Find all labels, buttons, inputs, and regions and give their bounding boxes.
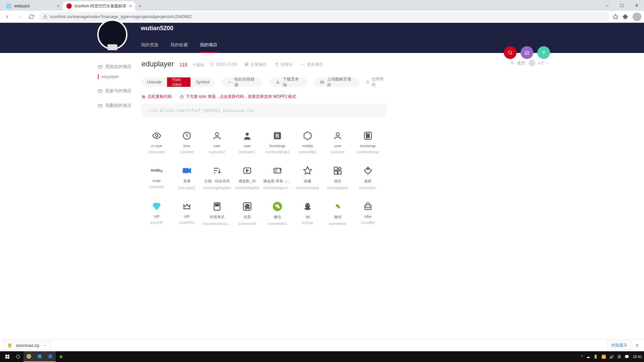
sidebar-label: 我删除的项目 xyxy=(105,103,131,109)
icon-class: iconshoucang xyxy=(296,186,319,190)
reload-button[interactable] xyxy=(27,12,36,21)
icon-title: 播放器-弹幕（开... xyxy=(263,179,291,184)
new-tab-button[interactable]: + xyxy=(135,1,145,11)
cortana-button[interactable] xyxy=(13,351,23,362)
tray-battery-icon[interactable]: 🔋 xyxy=(593,355,598,359)
svg-rect-54 xyxy=(5,357,7,359)
icon-title: time xyxy=(183,144,191,148)
close-downloads-bar[interactable]: × xyxy=(634,343,641,349)
download-button[interactable]: 下载至本地 xyxy=(270,77,307,87)
back-button[interactable] xyxy=(3,12,12,21)
mode-unicode[interactable]: Unicode xyxy=(142,77,167,87)
chrome-taskbar[interactable] xyxy=(23,351,34,362)
icon-cell[interactable]: 优 优质 iconyouzhi xyxy=(232,200,262,226)
tab-resources[interactable]: 我的资源 xyxy=(141,38,158,53)
tab-projects[interactable]: 我的项目 xyxy=(200,38,217,53)
sidebar-deleted[interactable]: 我删除的项目 xyxy=(98,100,138,111)
download-chip[interactable]: download.zip xyxy=(3,341,50,350)
icon-title: 在线考试 xyxy=(210,215,224,220)
icon-cell[interactable]: B bootstrap iconbootstrap xyxy=(353,130,383,154)
icon-cell[interactable]: 播放数_32 iconbofangshu xyxy=(232,165,262,190)
app2-taskbar[interactable] xyxy=(45,351,56,362)
svg-point-47 xyxy=(306,204,307,206)
icon-title: 最新 xyxy=(364,179,372,184)
css-url-box[interactable]: //at.alicdn.com/t/font_2040952_xxxxxxxxx… xyxy=(142,104,386,118)
user-avatar[interactable] xyxy=(97,19,127,50)
app3-taskbar[interactable] xyxy=(56,351,66,362)
tray-chevron-icon[interactable]: ^ xyxy=(581,355,583,359)
chevron-up-icon[interactable] xyxy=(43,344,47,348)
icon-cell[interactable]: user iconuser xyxy=(323,130,353,154)
favicon-icon xyxy=(66,3,72,9)
profile-avatar[interactable] xyxy=(633,12,641,21)
svg-text:100: 100 xyxy=(215,204,219,206)
icon-cell[interactable]: VIP iconVIP1 xyxy=(172,200,202,226)
members[interactable]: 成员: x 2 xyxy=(510,60,549,66)
icon-cell[interactable]: 100 在线考试 iconzaixiankaoshi xyxy=(202,200,232,226)
sidebar-created[interactable]: 我发起的项目 xyxy=(98,61,138,72)
icon-cell[interactable]: 最新 iconzuixin- xyxy=(353,165,383,190)
copy-code-link[interactable]: 点此复制代码 xyxy=(142,94,172,100)
icon-cell[interactable]: B bootstrap iconbootstrap1 xyxy=(262,130,292,154)
extensions-icon[interactable] xyxy=(623,14,629,20)
icon-cell[interactable]: user iconuser2 xyxy=(202,130,232,154)
trash-button[interactable]: 回收站 xyxy=(275,62,293,67)
icon-cell[interactable]: 收藏 iconshoucang xyxy=(292,165,323,190)
notifications-icon[interactable]: 💬 xyxy=(625,355,629,359)
svg-text:B: B xyxy=(366,133,370,139)
app-taskbar[interactable] xyxy=(34,351,45,362)
show-all-downloads[interactable]: 全部显示 xyxy=(607,341,631,350)
icon-cell[interactable]: time icontime xyxy=(172,130,202,154)
icon-class: iconbootstrap1 xyxy=(265,150,289,154)
tray-volume-icon[interactable]: 🔊 xyxy=(609,355,614,359)
svg-point-13 xyxy=(303,64,304,65)
star-icon xyxy=(302,165,314,177)
search-button[interactable] xyxy=(504,46,517,59)
icon-cell[interactable]: 微信 iconweixin xyxy=(323,200,353,226)
maximize-button[interactable]: ☐ xyxy=(614,0,629,11)
icon-title: bootstrap xyxy=(360,144,376,148)
icon-cell[interactable]: nodejs iconnodejs xyxy=(292,130,323,154)
url-text: iconfont.cn/manage/index?manage_type=myp… xyxy=(50,14,192,19)
close-window-button[interactable]: ✕ xyxy=(629,0,644,11)
icon-cell[interactable]: 分期 - 综合排序 iconzonghepaixu xyxy=(202,165,232,190)
clock[interactable]: 15:41 xyxy=(633,355,642,359)
icon-cell[interactable]: user iconuser1 xyxy=(232,130,262,154)
icon-cell[interactable]: 播放器-弹幕（开... iconbofangqi-da... xyxy=(262,165,292,190)
icon-cell[interactable]: VIP iconVIP xyxy=(142,200,172,226)
upload-button[interactable] xyxy=(537,46,550,59)
member-avatar xyxy=(529,60,535,66)
icon-cell[interactable]: qq iconqq xyxy=(292,200,323,226)
more-button[interactable]: 更多操作 xyxy=(301,62,323,67)
icon-cell[interactable]: offer iconoffer xyxy=(353,200,383,226)
batch-button[interactable]: 批量操作 xyxy=(245,62,267,67)
start-button[interactable] xyxy=(2,351,13,362)
tab-favorites[interactable]: 我的收藏 xyxy=(170,38,188,53)
upload-icons-button[interactable]: 上传图标至项目 xyxy=(314,77,359,87)
icon-cell[interactable]: node® node iconnode xyxy=(142,165,172,190)
icon-cell[interactable]: 项目 iconxiangmu xyxy=(323,165,353,190)
forward-button[interactable] xyxy=(15,12,24,21)
mode-symbol[interactable]: Symbol xyxy=(191,77,215,87)
icon-cell[interactable]: 微信 iconweixin1 xyxy=(262,200,292,226)
address-bar[interactable]: iconfont.cn/manage/index?manage_type=myp… xyxy=(39,12,610,21)
tray-cloud-icon[interactable]: ☁ xyxy=(586,355,590,359)
star-icon[interactable] xyxy=(612,14,619,20)
mode-fontclass[interactable]: Font class xyxy=(167,77,191,87)
folder-icon xyxy=(98,103,103,108)
icon-cell[interactable]: 直播 icon-play2 xyxy=(172,165,202,190)
cart-button[interactable] xyxy=(521,46,533,59)
browser-tab-webpack[interactable]: webpack × xyxy=(3,1,63,11)
close-icon[interactable]: × xyxy=(57,3,60,9)
icon-title: qq xyxy=(306,215,310,219)
browser-tab-iconfont[interactable]: Iconfont-阿里巴巴矢量图标库 × xyxy=(63,1,135,11)
help-link[interactable]: 使用帮助 xyxy=(366,76,386,88)
minimize-button[interactable]: ─ xyxy=(600,0,614,11)
icon-cell[interactable]: cc-eye iconcceye xyxy=(142,130,172,154)
ime-indicator[interactable]: 英 xyxy=(618,354,621,359)
tray-wifi-icon[interactable]: 📶 xyxy=(601,355,606,359)
sidebar-joined[interactable]: 我参与的项目 xyxy=(98,85,138,97)
close-icon[interactable]: × xyxy=(129,3,132,9)
sidebar-project-eduplayer[interactable]: eduplayer xyxy=(98,74,138,79)
collapse-link-button[interactable]: 收起在线链接 xyxy=(221,77,263,87)
